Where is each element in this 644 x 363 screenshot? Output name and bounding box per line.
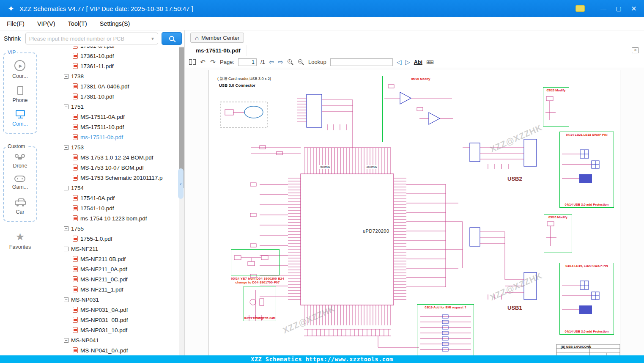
tree-item[interactable]: − 1754 [40, 183, 179, 193]
collapse-icon[interactable]: − [64, 226, 69, 231]
tree-item-label: 17361-11.pdf [80, 63, 114, 69]
lookup-input[interactable] [330, 58, 393, 66]
tree-item[interactable]: − MS-NF211_1.pdf [40, 284, 179, 294]
tree-item[interactable]: − 1751 [40, 102, 179, 112]
next-page-icon[interactable]: ⇨ [278, 59, 283, 65]
panel-collapse-handle[interactable]: ‹ [178, 168, 184, 199]
member-center-button[interactable]: ⌂ Member Center [190, 33, 244, 43]
tree-item-label: MS-NP041 [71, 337, 99, 344]
tree-item[interactable]: − MS-1753 1.0 12-24 BOM.pdf [40, 152, 179, 162]
find-prev-icon[interactable]: ◁ [397, 59, 402, 65]
tab-ms-17511-0b[interactable]: ms-17511-0b.pdf [190, 45, 247, 56]
tree-item-label: MS-1753 Schematic 20101117.p [80, 175, 163, 181]
annotation-label: 04/14 LB21,LB18 SWAP PIN [560, 133, 614, 137]
sheet-title: USB 3.0 Connector [219, 83, 255, 88]
tree-item[interactable]: − MS-NP031_0B.pdf [40, 315, 179, 325]
page-total: /1 [260, 59, 265, 65]
tree-item[interactable]: − 17361-0A.pdf [40, 47, 179, 51]
collapse-icon[interactable]: − [64, 186, 69, 190]
maximize-button[interactable]: ▢ [612, 2, 625, 15]
sidebar-item-favorites[interactable]: ★ Favorites [0, 232, 40, 250]
collapse-icon[interactable]: − [64, 247, 69, 251]
collapse-icon[interactable]: − [64, 104, 69, 109]
rotate-left-icon[interactable]: ↶ [200, 59, 206, 65]
drone-icon [15, 154, 25, 161]
tree-item[interactable]: − ms-17511-0b.pdf [40, 132, 179, 142]
category-sidebar: VIP ▶ Cour... Phone Com... [0, 47, 40, 355]
collapse-icon[interactable]: − [64, 74, 69, 79]
menu-vip[interactable]: VIP(V) [37, 20, 55, 27]
tree-item[interactable]: − MS-1753 Schematic 20101117.p [40, 173, 179, 183]
file-tree-panel: − 17361-0A.pdf − 17361-10.pdf [40, 47, 179, 355]
text-select-icon[interactable]: Abi [414, 59, 422, 65]
tree-item[interactable]: − 1755 [40, 223, 179, 234]
tree-item[interactable]: − MS-NF211_0C.pdf [40, 274, 179, 284]
tree-item[interactable]: − MS-NP041_0A.pdf [40, 345, 179, 355]
tree-item[interactable]: − 1753 [40, 142, 179, 152]
tree-scrollbar[interactable] [179, 47, 184, 355]
chevron-down-icon[interactable]: ▼ [151, 36, 158, 41]
tree-item[interactable]: − MS-NF211 0B.pdf [40, 254, 179, 264]
usb2-label: USB2 [507, 176, 522, 182]
shrink-button[interactable]: Shrink [3, 35, 22, 42]
tree-item[interactable]: − MS-NP031_0A.pdf [40, 305, 179, 315]
menu-settings[interactable]: Settings(S) [100, 20, 130, 27]
collapse-icon[interactable]: − [64, 145, 69, 150]
tree-item[interactable]: − ms-1754 10 1223 bom.pdf [40, 213, 179, 223]
collapse-icon[interactable]: − [64, 338, 69, 343]
tree-item[interactable]: − 17381-0A-0406.pdf [40, 81, 179, 91]
tree-item[interactable]: − 17381-10.pdf [40, 91, 179, 102]
tree-item[interactable]: − 17541-10.pdf [40, 203, 179, 213]
tree-item[interactable]: − 1755-1.0.pdf [40, 234, 179, 244]
tree-item[interactable]: − MS-NP041 [40, 335, 179, 345]
model-search-combo: ▼ [25, 33, 158, 44]
close-button[interactable]: ✕ [627, 2, 641, 15]
tree-item[interactable]: − MS-NF211_0A.pdf [40, 264, 179, 274]
tree-item-label: 17381-10.pdf [80, 94, 114, 100]
tree-item-label: 1755 [71, 226, 84, 232]
file-tree: − 17361-0A.pdf − 17361-10.pdf [40, 47, 179, 355]
prev-page-icon[interactable]: ⇦ [269, 59, 274, 65]
rotate-right-icon[interactable]: ↷ [210, 59, 216, 65]
close-document-icon[interactable]: ✕ [632, 47, 639, 53]
tree-item[interactable]: − 17361-11.pdf [40, 61, 179, 71]
sidebar-item-car[interactable]: Car [15, 197, 26, 215]
tree-item[interactable]: − 17361-10.pdf [40, 51, 179, 61]
tree-item[interactable]: − 1738 [40, 71, 179, 81]
title-block-label: [B] USB 3.0*2/CONN [561, 345, 591, 349]
sidebar-item-phone[interactable]: Phone [12, 86, 27, 103]
zoom-in-icon[interactable]: + [287, 59, 294, 66]
star-icon: ★ [16, 232, 25, 242]
search-input[interactable] [26, 36, 151, 42]
find-next-icon[interactable]: ▷ [405, 59, 410, 65]
tree-item[interactable]: − MS-1753 10-07 BOM.pdf [40, 162, 179, 173]
status-text: XZZ Schematics https://www.xzztools.com [251, 356, 393, 363]
two-page-view-icon[interactable] [189, 59, 196, 65]
search-icon [169, 36, 174, 41]
pdf-file-icon [73, 165, 78, 170]
tree-item[interactable]: − 17541-0A.pdf [40, 193, 179, 203]
menu-tool[interactable]: Tool(T) [68, 20, 87, 27]
sidebar-item-drone[interactable]: Drone [13, 154, 27, 169]
tree-item[interactable]: − MS-17511-10.pdf [40, 122, 179, 132]
sidebar-item-course[interactable]: ▶ Cour... [12, 60, 28, 79]
vip-card-icon[interactable] [575, 5, 585, 12]
tree-item[interactable]: − MS-17511-0A.pdf [40, 112, 179, 122]
zoom-out-icon[interactable]: − [298, 59, 304, 66]
sidebar-item-computer[interactable]: Com... [12, 110, 28, 127]
tree-item[interactable]: − MS-NP031 [40, 294, 179, 305]
tree-item[interactable]: − MS-NP031_10.pdf [40, 325, 179, 335]
tree-scrollbar-thumb[interactable] [179, 47, 184, 188]
pdf-scroll-area[interactable]: ( 新增 Card reader,USB 3.0 x 2) USB 3.0 Co… [185, 68, 644, 355]
collapse-icon[interactable]: − [64, 297, 69, 302]
search-button[interactable] [162, 32, 182, 45]
menu-file[interactable]: File(F) [7, 20, 25, 27]
sidebar-item-game[interactable]: Gam... [12, 176, 28, 190]
current-label-right: 300mA [366, 165, 377, 169]
pdf-file-icon [73, 94, 78, 99]
minimize-button[interactable]: — [597, 2, 610, 15]
thumbnail-grid-icon[interactable]: ⊞⊞ [426, 59, 433, 65]
tree-item[interactable]: − MS-NF211 [40, 244, 179, 254]
page-number-input[interactable] [238, 58, 257, 66]
sidebar-item-label: Phone [12, 97, 27, 103]
